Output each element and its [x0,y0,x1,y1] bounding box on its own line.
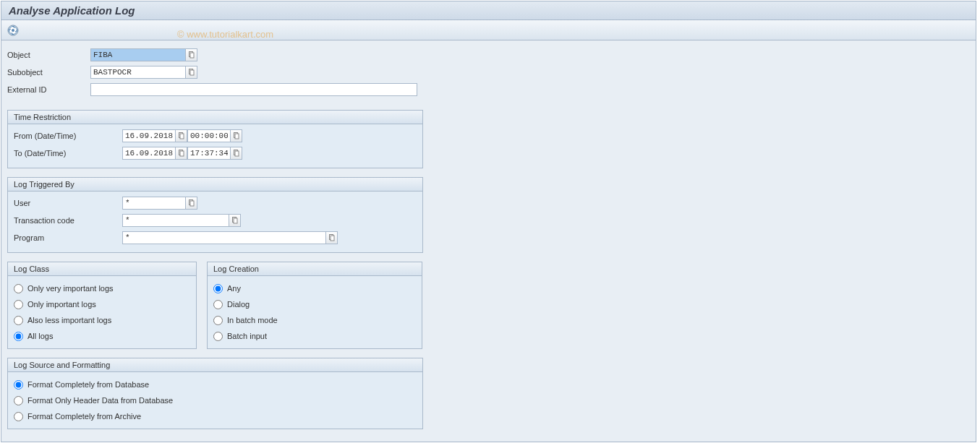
time-restriction-title: Time Restriction [8,111,422,124]
subobject-label: Subobject [7,68,90,77]
log-source-group: Log Source and Formatting Format Complet… [7,358,423,429]
user-label: User [14,199,122,207]
log-class-opt4-label: All logs [27,332,53,340]
log-source-title: Log Source and Formatting [8,358,422,372]
object-input[interactable] [90,48,186,61]
svg-point-2 [12,29,14,32]
tcode-input[interactable] [122,214,229,227]
user-f4-button[interactable] [186,197,197,210]
subobject-input[interactable] [90,66,186,79]
page-title: Analyse Application Log [1,1,976,20]
to-time-input[interactable] [187,147,231,160]
from-date-f4-button[interactable] [176,129,187,142]
log-creation-opt3-radio[interactable] [213,316,223,325]
log-triggered-group: Log Triggered By User Transaction code P… [7,177,423,253]
log-class-opt2-radio[interactable] [14,300,23,309]
program-f4-button[interactable] [326,231,338,244]
log-class-opt4-radio[interactable] [14,332,23,341]
log-creation-title: Log Creation [208,262,422,276]
log-source-opt1-radio[interactable] [14,380,23,390]
log-class-group: Log Class Only very important logs Only … [7,262,197,349]
log-creation-opt3-label: In batch mode [227,316,278,324]
external-id-label: External ID [7,85,90,94]
to-date-f4-button[interactable] [176,147,187,160]
log-source-opt1-label: Format Completely from Database [27,380,149,389]
log-creation-opt2-label: Dialog [227,300,250,309]
user-input[interactable] [122,197,186,210]
svg-rect-12 [180,151,184,156]
svg-rect-14 [235,151,239,156]
log-creation-opt1-radio[interactable] [213,284,223,293]
to-label: To (Date/Time) [14,149,122,158]
log-creation-opt2-radio[interactable] [213,300,223,309]
from-time-f4-button[interactable] [231,129,242,142]
to-time-f4-button[interactable] [231,147,242,160]
application-toolbar [1,20,976,40]
from-date-input[interactable] [122,129,176,142]
tcode-label: Transaction code [14,216,122,225]
svg-rect-6 [190,70,194,75]
log-class-title: Log Class [8,262,196,276]
svg-rect-16 [190,201,194,206]
log-source-opt3-radio[interactable] [14,412,23,421]
program-label: Program [14,233,122,242]
log-triggered-title: Log Triggered By [8,178,422,192]
log-class-opt3-label: Also less important logs [27,316,111,324]
from-label: From (Date/Time) [14,132,122,140]
log-class-opt1-label: Only very important logs [27,284,114,293]
log-creation-opt4-radio[interactable] [213,332,223,341]
log-source-opt2-radio[interactable] [14,396,23,405]
log-creation-opt4-label: Batch input [227,332,267,340]
to-date-input[interactable] [122,147,176,160]
object-label: Object [7,51,90,59]
log-class-opt3-radio[interactable] [14,316,23,325]
svg-rect-18 [234,218,237,223]
log-creation-opt1-label: Any [227,284,241,293]
program-input[interactable] [122,231,326,244]
log-creation-group: Log Creation Any Dialog In batch mode Ba… [207,262,422,349]
execute-icon[interactable] [7,25,19,36]
log-class-opt1-radio[interactable] [14,284,23,293]
log-class-opt2-label: Only important logs [27,300,96,309]
tcode-f4-button[interactable] [229,214,241,227]
subobject-f4-button[interactable] [186,66,197,79]
svg-rect-8 [180,134,184,139]
log-source-opt3-label: Format Completely from Archive [27,412,141,421]
from-time-input[interactable] [187,129,231,142]
svg-rect-4 [190,53,194,58]
log-source-opt2-label: Format Only Header Data from Database [27,396,173,405]
external-id-input[interactable] [90,83,417,96]
svg-rect-20 [331,236,334,241]
object-f4-button[interactable] [186,48,197,61]
time-restriction-group: Time Restriction From (Date/Time) To (Da… [7,110,423,168]
svg-rect-10 [235,134,239,139]
